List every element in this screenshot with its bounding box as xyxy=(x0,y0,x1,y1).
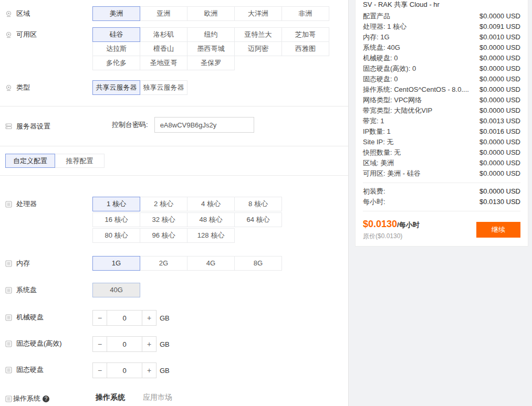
summary-item-row: IP数量: 1$0.0016 USD xyxy=(363,126,520,137)
memory-label-group: 内存 xyxy=(0,256,92,268)
ssd-label: 固态硬盘 xyxy=(16,365,44,375)
option-洛杉矶[interactable]: 洛杉矶 xyxy=(140,27,187,42)
option-64 核心[interactable]: 64 核心 xyxy=(234,212,282,227)
setup-fee-label: 初装费: xyxy=(363,186,385,197)
ssd-high-size-input[interactable] xyxy=(107,336,142,352)
option-1 核心[interactable]: 1 核心 xyxy=(92,197,140,211)
option-32 核心[interactable]: 32 核心 xyxy=(140,212,187,227)
ssd-unit-label: GB xyxy=(160,367,170,375)
summary-item-row: 配置产品$0.0000 USD xyxy=(363,11,520,22)
summary-item-value: $0.0000 USD xyxy=(479,53,520,63)
option-墨西哥城[interactable]: 墨西哥城 xyxy=(187,41,235,56)
ssd-high-label-group: 固态硬盘(高效) xyxy=(0,336,92,348)
option-亚洲[interactable]: 亚洲 xyxy=(140,6,187,21)
tab-operating-system[interactable]: 操作系统 xyxy=(92,393,128,406)
help-icon[interactable]: ? xyxy=(43,396,49,402)
ssd-high-minus-button[interactable]: − xyxy=(92,336,107,352)
option-16 核心[interactable]: 16 核心 xyxy=(92,212,140,227)
hdd-size-input[interactable] xyxy=(107,310,142,326)
region-label: 区域 xyxy=(16,9,30,18)
tab-app-market[interactable]: 应用市场 xyxy=(140,393,175,406)
summary-item-value: $0.0016 USD xyxy=(479,126,520,137)
option-row: 40G xyxy=(92,283,140,297)
option-row: 共享云服务器独享云服务器 xyxy=(92,80,187,95)
option-硅谷[interactable]: 硅谷 xyxy=(92,27,140,42)
option-8 核心[interactable]: 8 核心 xyxy=(234,197,282,211)
list-icon xyxy=(5,287,12,294)
option-2G[interactable]: 2G xyxy=(140,256,187,271)
option-40G: 40G xyxy=(92,283,140,297)
summary-item-value: $0.0000 USD xyxy=(479,11,520,22)
setup-fee-row: 初装费: $0.0000 USD xyxy=(363,186,520,197)
divider xyxy=(363,211,520,211)
ssd-size-input[interactable] xyxy=(107,362,142,378)
option-亚特兰大[interactable]: 亚特兰大 xyxy=(234,27,282,42)
total-price: $0.0130 xyxy=(363,219,397,229)
hourly-fee-value: $0.0130 USD xyxy=(479,197,520,207)
memory-label: 内存 xyxy=(16,259,30,268)
option-多伦多[interactable]: 多伦多 xyxy=(92,56,140,70)
hdd-row: 机械硬盘 − + GB xyxy=(0,310,348,326)
option-芝加哥[interactable]: 芝加哥 xyxy=(281,27,329,42)
setup-fee-value: $0.0000 USD xyxy=(479,186,520,197)
option-128 核心[interactable]: 128 核心 xyxy=(187,228,235,243)
ssd-plus-button[interactable]: + xyxy=(142,362,157,378)
server-settings-row: 服务器设置 控制台密码: xyxy=(0,106,348,146)
os-row: 操作系统 ? 操作系统 应用市场 xyxy=(0,391,348,406)
option-共享云服务器[interactable]: 共享云服务器 xyxy=(92,80,140,95)
cpu-options: 1 核心2 核心4 核心8 核心16 核心32 核心48 核心64 核心80 核… xyxy=(92,197,282,243)
summary-item-label: 带宽类型: 大陆优化VIP xyxy=(363,105,432,116)
ssd-row: 固态硬盘 − + GB xyxy=(0,362,348,378)
option-非洲[interactable]: 非洲 xyxy=(281,6,329,21)
option-48 核心[interactable]: 48 核心 xyxy=(187,212,235,227)
summary-item-label: 处理器: 1 核心 xyxy=(363,22,406,32)
hdd-plus-button[interactable]: + xyxy=(142,310,157,326)
tab-custom-config[interactable]: 自定义配置 xyxy=(5,154,55,168)
option-圣地亚哥[interactable]: 圣地亚哥 xyxy=(140,56,187,70)
hdd-label: 机械硬盘 xyxy=(16,313,44,322)
option-4G[interactable]: 4G xyxy=(187,256,235,271)
summary-item-value: $0.0000 USD xyxy=(479,95,520,105)
option-纽约[interactable]: 纽约 xyxy=(187,27,235,42)
summary-item-label: 带宽: 1 xyxy=(363,116,384,126)
ssd-minus-button[interactable]: − xyxy=(92,362,107,378)
console-password-input[interactable] xyxy=(154,117,254,133)
summary-item-label: 配置产品 xyxy=(363,11,390,22)
server-config-panel: 区域 美洲亚洲欧洲大洋洲非洲 可用区 硅谷洛杉矶纽约亚特兰大芝加哥达拉斯檀香山墨… xyxy=(0,0,348,406)
summary-item-value: $0.0091 USD xyxy=(479,22,520,32)
region-row: 区域 美洲亚洲欧洲大洋洲非洲 xyxy=(0,6,348,21)
continue-button[interactable]: 继续 xyxy=(476,222,520,238)
option-达拉斯[interactable]: 达拉斯 xyxy=(92,41,140,56)
price-unit: /每小时 xyxy=(397,221,420,229)
ssd-label-group: 固态硬盘 xyxy=(0,362,92,375)
summary-item-label: 固态硬盘: 0 xyxy=(363,74,398,84)
order-summary-card: SV - RAK 共享 Cloud - hr 配置产品$0.0000 USD处理… xyxy=(355,0,528,247)
option-4 核心[interactable]: 4 核心 xyxy=(187,197,235,211)
option-圣保罗[interactable]: 圣保罗 xyxy=(187,56,235,70)
option-檀香山[interactable]: 檀香山 xyxy=(140,41,187,56)
option-独享云服务器[interactable]: 独享云服务器 xyxy=(140,80,187,95)
hdd-unit-label: GB xyxy=(160,314,170,322)
summary-item-label: 内存: 1G xyxy=(363,32,390,42)
option-2 核心[interactable]: 2 核心 xyxy=(140,197,187,211)
option-西雅图[interactable]: 西雅图 xyxy=(281,41,329,56)
tab-recommended-config[interactable]: 推荐配置 xyxy=(55,154,105,168)
option-80 核心[interactable]: 80 核心 xyxy=(92,228,140,243)
option-欧洲[interactable]: 欧洲 xyxy=(187,6,235,21)
option-1G[interactable]: 1G xyxy=(92,256,140,271)
option-96 核心[interactable]: 96 核心 xyxy=(140,228,187,243)
summary-item-value: $0.0000 USD xyxy=(479,63,520,74)
original-price: 原价($0.0130) xyxy=(363,232,420,241)
option-迈阿密[interactable]: 迈阿密 xyxy=(234,41,282,56)
option-美洲[interactable]: 美洲 xyxy=(92,6,140,21)
option-row: 多伦多圣地亚哥圣保罗 xyxy=(92,56,329,70)
option-8G[interactable]: 8G xyxy=(234,256,282,271)
zone-row: 可用区 硅谷洛杉矶纽约亚特兰大芝加哥达拉斯檀香山墨西哥城迈阿密西雅图多伦多圣地亚… xyxy=(0,27,348,70)
summary-item-row: 快照数量: 无$0.0000 USD xyxy=(363,147,520,158)
ssd-high-plus-button[interactable]: + xyxy=(142,336,157,352)
hdd-minus-button[interactable]: − xyxy=(92,310,107,326)
type-label-group: 类型 xyxy=(0,80,92,92)
list-icon xyxy=(5,396,12,402)
option-大洋洲[interactable]: 大洋洲 xyxy=(234,6,282,21)
summary-item-label: 操作系统: CentOS^CentOS - 8.0.... xyxy=(363,84,469,95)
